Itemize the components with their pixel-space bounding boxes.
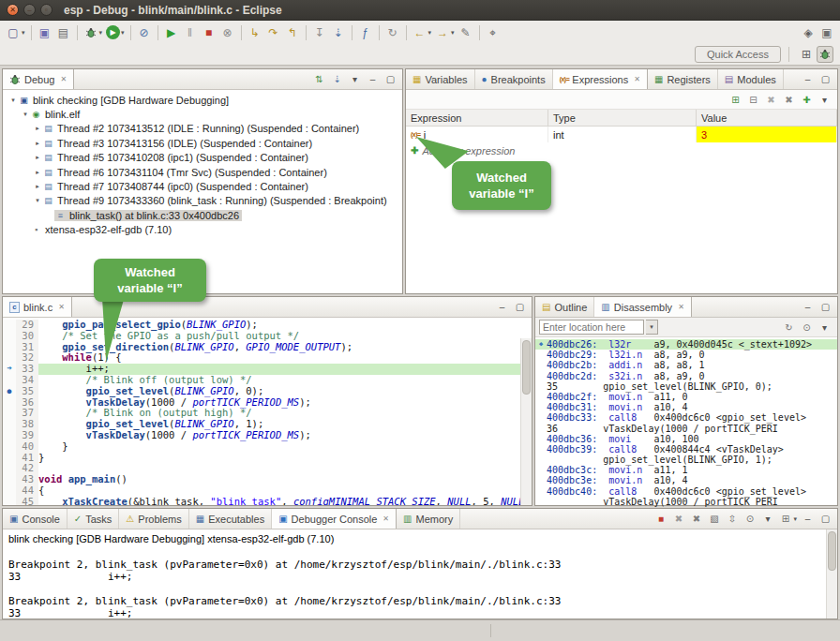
console-tab-memory[interactable]: ▥Memory: [397, 509, 460, 529]
forward-icon[interactable]: →: [434, 24, 451, 41]
expression-row[interactable]: (x)=iint3: [406, 127, 837, 142]
disassembly-line[interactable]: 35 gpio_set_level(BLINK_GPIO, 0);: [535, 381, 837, 392]
column-header-expression[interactable]: Expression: [406, 110, 548, 126]
window-maximize-button[interactable]: ▫: [40, 4, 52, 16]
collapse-all-icon[interactable]: ⊟: [745, 92, 761, 108]
window-close-button[interactable]: ✕: [7, 4, 19, 16]
close-tab-icon[interactable]: ✕: [58, 303, 65, 311]
save-icon[interactable]: ▣: [37, 24, 53, 41]
editor-line[interactable]: 40 }: [3, 441, 532, 453]
column-header-type[interactable]: Type: [548, 110, 697, 126]
restart-icon[interactable]: ↻: [384, 24, 401, 41]
disassembly-line[interactable]: 400dbc2b: addi.n a8, a8, 1: [535, 360, 837, 370]
debug-tree-item[interactable]: ≡blink_task() at blink.c:33 0x400dbc26: [3, 208, 402, 222]
disassembly-line[interactable]: vTaskDelay(1000 / portTICK_PERI: [535, 497, 837, 507]
resume-icon[interactable]: ▶: [163, 24, 180, 41]
debug-tree-item[interactable]: ▸▤Thread #7 1073408744 (ipc0) (Suspended…: [3, 179, 402, 193]
disassembly-line[interactable]: 400dbc29: l32i.n a8, a9, 0: [535, 350, 837, 360]
maximize-icon[interactable]: ▢: [818, 299, 833, 315]
forward-dropdown-icon[interactable]: ▾: [451, 29, 455, 37]
step-return-icon[interactable]: ↰: [284, 24, 301, 41]
instruction-stepping-mode-icon[interactable]: ⇣: [329, 71, 345, 87]
console-tab-tasks[interactable]: ✓Tasks: [68, 509, 120, 529]
external-tools-icon[interactable]: ▣: [818, 24, 835, 41]
console-tab-problems[interactable]: ⚠Problems: [119, 509, 188, 529]
disassembly-line[interactable]: 36 vTaskDelay(1000 / portTICK_PERI: [535, 424, 837, 434]
disassembly-line[interactable]: 400dbc31: movi.n a10, 4: [535, 402, 837, 412]
use-step-filters-icon[interactable]: ƒ: [357, 24, 374, 41]
console-scrollbar-thumb[interactable]: [828, 531, 836, 571]
maximize-icon[interactable]: ▢: [818, 511, 833, 527]
editor-line[interactable]: 39 vTaskDelay(1000 / portTICK_PERIOD_MS)…: [3, 430, 532, 441]
twisty-icon[interactable]: ▸: [33, 140, 42, 147]
disassembly-line[interactable]: 400dbc33: call8 0x400dc6c0 <gpio_set_lev…: [535, 412, 837, 423]
minimize-icon[interactable]: –: [365, 71, 381, 87]
twisty-icon[interactable]: ▸: [33, 154, 42, 161]
code-editor[interactable]: 29 gpio_pad_select_gpio(BLINK_GPIO);30 /…: [3, 318, 532, 505]
expressions-tab-expressions[interactable]: (x)=Expressions✕: [553, 69, 648, 89]
disconnect-icon[interactable]: ⊗: [219, 24, 236, 41]
expressions-tab-breakpoints[interactable]: ●Breakpoints: [475, 69, 553, 89]
expressions-tab-registers[interactable]: ▦Registers: [648, 69, 718, 89]
search-icon[interactable]: ⌖: [485, 24, 502, 41]
editor-scrollbar[interactable]: [520, 338, 532, 505]
disassembly-line[interactable]: 400dbc2d: s32i.n a8, a9, 0: [535, 371, 837, 381]
debug-tree-item[interactable]: ▸▤Thread #5 1073410208 (ipc1) (Suspended…: [3, 151, 402, 165]
view-menu-icon[interactable]: ▾: [817, 92, 832, 108]
quick-access-button[interactable]: Quick Access: [695, 46, 781, 63]
debug-tree-item[interactable]: ▸▤Thread #6 1073431104 (Tmr Svc) (Suspen…: [3, 165, 402, 179]
disassembly-line[interactable]: 400dbc2f: movi.n a11, 0: [535, 392, 837, 402]
close-tab-icon[interactable]: ✕: [634, 75, 640, 83]
debug-dropdown-icon[interactable]: ▾: [99, 29, 103, 37]
twisty-icon[interactable]: ▾: [8, 97, 18, 104]
terminate-icon[interactable]: ■: [652, 511, 668, 527]
terminate-icon[interactable]: ■: [201, 24, 218, 41]
maximize-icon[interactable]: ▢: [512, 299, 528, 315]
console-tab-executables[interactable]: ▦Executables: [189, 509, 272, 529]
debug-view-layout-icon[interactable]: ⇅: [311, 71, 327, 87]
disassembly-line[interactable]: ◆400dbc26: l32r a9, 0x400d045c <_stext+1…: [535, 339, 837, 350]
add-new-expression-row[interactable]: ✚Add new expression: [406, 142, 837, 158]
new-wizard-dropdown-icon[interactable]: ▾: [22, 29, 25, 37]
display-selected-console-icon[interactable]: ▾: [759, 511, 775, 527]
back-icon[interactable]: ←: [412, 24, 428, 41]
maximize-icon[interactable]: ▢: [818, 71, 833, 87]
disassembly-line[interactable]: 400dbc40: call8 0x400dc6c0 <gpio_set_lev…: [535, 486, 837, 497]
print-icon[interactable]: ▤: [55, 24, 72, 41]
disassembly-tab-disassembly[interactable]: ▥Disassembly✕: [594, 297, 692, 317]
expressions-tab-modules[interactable]: ▤Modules: [718, 69, 784, 89]
minimize-icon[interactable]: –: [494, 299, 510, 315]
debug-tree-item[interactable]: ▸▤Thread #2 1073413512 (IDLE : Running) …: [3, 122, 402, 136]
open-perspective-icon[interactable]: ⊞: [798, 46, 815, 63]
minimize-icon[interactable]: –: [800, 71, 816, 87]
drop-to-frame-icon[interactable]: ↧: [311, 24, 328, 41]
location-dropdown-icon[interactable]: ▾: [646, 320, 658, 335]
twisty-icon[interactable]: ▸: [33, 169, 42, 176]
close-tab-icon[interactable]: ✕: [382, 514, 389, 523]
scroll-lock-icon[interactable]: ⇳: [724, 511, 740, 527]
last-edit-location-icon[interactable]: ✎: [458, 24, 474, 41]
debug-tree-item[interactable]: ▾◉blink.elf: [3, 107, 402, 121]
open-console-dropdown-icon[interactable]: ▾: [793, 515, 797, 523]
disassembly-line[interactable]: gpio_set_level(BLINK_GPIO, 1);: [535, 455, 837, 465]
debug-perspective-icon[interactable]: [817, 46, 833, 63]
twisty-icon[interactable]: ▸: [33, 183, 42, 190]
expressions-tab-variables[interactable]: ▦Variables: [406, 69, 475, 89]
column-header-value[interactable]: Value: [697, 110, 837, 126]
minimize-icon[interactable]: –: [800, 299, 816, 315]
view-menu-icon[interactable]: ▾: [817, 320, 832, 335]
console-output[interactable]: blink checking [GDB Hardware Debugging] …: [3, 529, 837, 619]
editor-tab-c-file[interactable]: cblink.c✕: [3, 297, 72, 317]
remove-launch-icon[interactable]: ✖: [670, 511, 686, 527]
disassembly-line[interactable]: 400dbc39: call8 0x400844c4 <vTaskDelay>: [535, 444, 837, 455]
add-expression-icon[interactable]: ✚: [799, 92, 815, 108]
open-element-icon[interactable]: ◈: [800, 24, 817, 41]
debug-tree-item[interactable]: ▾▤Thread #9 1073433360 (blink_task : Run…: [3, 194, 402, 208]
twisty-icon[interactable]: ▾: [33, 197, 42, 204]
debug-icon[interactable]: [82, 24, 99, 41]
close-tab-icon[interactable]: ✕: [60, 75, 67, 83]
twisty-icon[interactable]: ▸: [33, 125, 42, 132]
disassembly-tab-outline[interactable]: ▤Outline: [535, 297, 594, 317]
console-tab-console[interactable]: ▣Console: [3, 509, 68, 529]
window-minimize-button[interactable]: –: [23, 4, 36, 16]
